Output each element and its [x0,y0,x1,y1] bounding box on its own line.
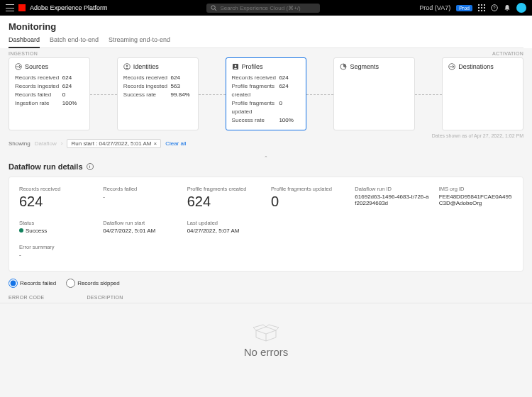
app-name: Adobe Experience Platform [30,4,108,11]
svg-rect-4 [484,4,485,6]
sources-icon [15,63,22,70]
no-errors-empty-state: No errors [0,303,532,365]
page-header: Monitoring Dashboard Batch end-to-end St… [0,16,532,48]
svg-point-0 [211,5,215,9]
svg-rect-7 [484,7,485,9]
svg-point-15 [126,65,128,67]
data-timestamp-note: Dates shown as of Apr 27, 2022, 1:02 PM [432,133,523,138]
apps-icon[interactable] [478,4,485,11]
metric-error-summary: Error summary - [19,244,513,258]
env-label: Prod (VA7) [419,4,450,11]
card-identities[interactable]: Identities Records received624 Records i… [117,57,199,130]
connector-2 [199,57,226,130]
card-title: Destinations [458,63,494,70]
card-sources[interactable]: Sources Records received624 Records inge… [9,57,90,130]
breadcrumb-dataflow: Dataflow [35,140,57,147]
page-title: Monitoring [9,21,523,32]
svg-rect-6 [481,7,482,9]
metric-last-updated: Last updated 04/27/2022, 5:07 AM [187,220,261,234]
radio-records-failed-input[interactable] [9,279,18,288]
card-title: Segments [350,63,379,70]
filter-chip-label: Run start : 04/27/2022, 5:01 AM [71,140,151,147]
showing-label: Showing [9,140,31,147]
ingestion-label: INGESTION [9,51,38,56]
radio-records-failed[interactable]: Records failed [9,279,56,288]
global-topbar: Adobe Experience Platform Prod (VA7) Pro… [0,0,532,16]
tab-dashboard[interactable]: Dashboard [9,36,40,48]
filter-bar: Dates shown as of Apr 27, 2022, 1:02 PM … [0,135,532,152]
svg-rect-3 [481,4,482,6]
metric-org-id: IMS org ID FEE48DD95841FCAE0A495C3D@Adob… [439,186,513,210]
status-dot-icon [19,228,23,233]
profiles-icon [232,63,239,70]
card-title: Profiles [242,63,263,70]
bell-icon[interactable] [504,4,511,11]
clear-all-link[interactable]: Clear all [165,140,186,147]
card-destinations[interactable]: Destinations [442,57,523,130]
activation-label: ACTIVATION [492,51,523,56]
tab-streaming[interactable]: Streaming end-to-end [109,36,170,47]
card-profiles[interactable]: Profiles Records received624 Profile fra… [226,57,307,130]
details-heading: Dataflow run details [9,162,83,171]
svg-text:?: ? [493,6,496,10]
card-title: Identities [133,63,159,70]
card-title: Sources [25,63,48,70]
tab-batch[interactable]: Batch end-to-end [50,36,99,47]
details-panel: Records received 624 Records failed - Pr… [9,177,523,272]
svg-rect-8 [478,10,480,11]
hamburger-menu-icon[interactable] [6,4,14,11]
pipeline-section-labels: INGESTION ACTIVATION [0,48,532,57]
segments-icon [340,63,347,70]
global-search[interactable] [206,4,320,13]
empty-box-icon [252,322,280,343]
col-description: DESCRIPTION [87,295,123,300]
error-filter-radios: Records failed Records skipped [0,272,532,292]
pipeline-row: Sources Records received624 Records inge… [0,57,532,135]
svg-rect-5 [478,7,480,9]
no-errors-message: No errors [0,346,532,358]
page-tabs: Dashboard Batch end-to-end Streaming end… [9,36,523,48]
close-icon[interactable]: × [153,140,157,147]
metric-fragments-updated: Profile fragments updated 0 [271,186,345,210]
svg-rect-2 [478,4,480,6]
help-icon[interactable]: ? [491,4,498,11]
svg-line-1 [215,9,216,10]
metric-records-failed: Records failed - [103,186,177,210]
details-heading-row: Dataflow run details i [0,158,532,177]
search-icon [211,5,217,11]
svg-rect-9 [481,10,482,11]
card-segments[interactable]: Segments [333,57,415,130]
connector-4 [415,57,442,130]
radio-records-skipped-input[interactable] [66,279,75,288]
svg-rect-10 [484,10,485,11]
avatar[interactable] [516,3,526,13]
col-error-code: ERROR CODE [9,295,44,300]
search-input[interactable] [220,5,316,11]
connector-1 [90,57,117,130]
error-table-header: ERROR CODE DESCRIPTION [0,292,532,303]
metric-fragments-created: Profile fragments created 624 [187,186,261,210]
radio-records-skipped[interactable]: Records skipped [66,279,120,288]
filter-chip-runstart[interactable]: Run start : 04/27/2022, 5:01 AM × [67,139,161,148]
metric-run-id: Dataflow run ID 61692d63-1496-4683-b726-… [355,186,428,210]
connector-3 [306,57,333,130]
env-badge: Prod [456,5,472,11]
destinations-icon [448,63,455,70]
metric-records-received: Records received 624 [19,186,93,210]
metric-status: Status Success [19,220,93,234]
adobe-logo-icon [18,4,26,11]
metric-run-start: Dataflow run start 04/27/2022, 5:01 AM [103,220,177,234]
identities-icon [123,63,131,70]
info-icon[interactable]: i [87,163,94,170]
svg-point-17 [234,65,236,67]
